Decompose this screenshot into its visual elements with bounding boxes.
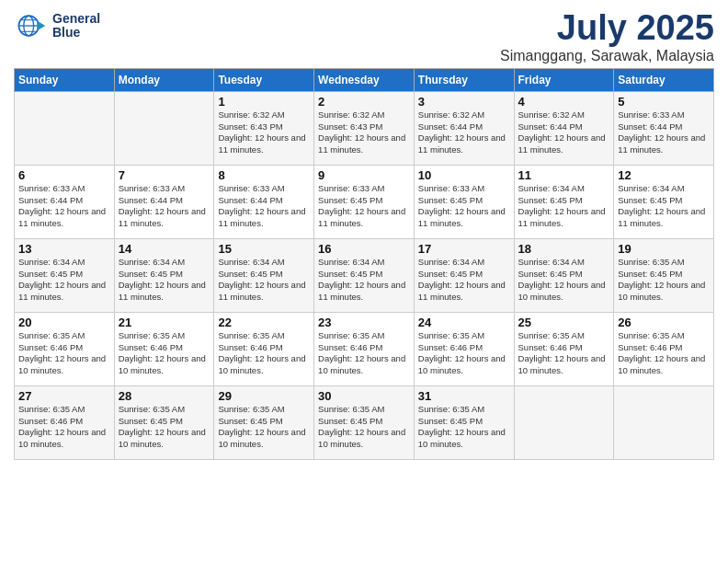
- calendar-week-row: 6Sunrise: 6:33 AM Sunset: 6:44 PM Daylig…: [15, 165, 714, 238]
- calendar-cell: 1Sunrise: 6:32 AM Sunset: 6:43 PM Daylig…: [214, 91, 314, 165]
- calendar-cell: 24Sunrise: 6:35 AM Sunset: 6:46 PM Dayli…: [414, 312, 514, 385]
- calendar-cell: 15Sunrise: 6:34 AM Sunset: 6:45 PM Dayli…: [214, 238, 314, 312]
- day-number: 21: [119, 316, 210, 329]
- day-number: 2: [318, 95, 410, 109]
- day-header-saturday: Saturday: [614, 68, 714, 91]
- calendar-cell: 26Sunrise: 6:35 AM Sunset: 6:46 PM Dayli…: [614, 312, 714, 385]
- calendar-week-row: 13Sunrise: 6:34 AM Sunset: 6:45 PM Dayli…: [15, 238, 714, 312]
- day-number: 5: [618, 95, 710, 109]
- day-number: 11: [518, 168, 610, 182]
- calendar-cell: [114, 91, 214, 165]
- calendar-cell: 17Sunrise: 6:34 AM Sunset: 6:45 PM Dayli…: [414, 238, 514, 312]
- day-header-thursday: Thursday: [414, 68, 514, 91]
- calendar-cell: 3Sunrise: 6:32 AM Sunset: 6:44 PM Daylig…: [414, 91, 514, 165]
- calendar-cell: 18Sunrise: 6:34 AM Sunset: 6:45 PM Dayli…: [514, 238, 614, 312]
- logo-text: General Blue: [52, 12, 100, 40]
- calendar-cell: 4Sunrise: 6:32 AM Sunset: 6:44 PM Daylig…: [514, 91, 614, 165]
- cell-detail: Sunrise: 6:33 AM Sunset: 6:44 PM Dayligh…: [119, 183, 210, 230]
- cell-detail: Sunrise: 6:33 AM Sunset: 6:45 PM Dayligh…: [418, 183, 510, 230]
- day-header-sunday: Sunday: [15, 68, 115, 91]
- calendar-week-row: 20Sunrise: 6:35 AM Sunset: 6:46 PM Dayli…: [15, 312, 714, 385]
- cell-detail: Sunrise: 6:33 AM Sunset: 6:44 PM Dayligh…: [618, 109, 710, 156]
- logo-line1: General: [52, 12, 100, 26]
- day-number: 12: [618, 168, 710, 182]
- calendar-cell: [15, 91, 115, 165]
- calendar-header-row: SundayMondayTuesdayWednesdayThursdayFrid…: [15, 68, 714, 91]
- calendar-cell: 8Sunrise: 6:33 AM Sunset: 6:44 PM Daylig…: [214, 165, 314, 238]
- cell-detail: Sunrise: 6:34 AM Sunset: 6:45 PM Dayligh…: [518, 183, 610, 230]
- cell-detail: Sunrise: 6:35 AM Sunset: 6:46 PM Dayligh…: [18, 330, 110, 377]
- cell-detail: Sunrise: 6:34 AM Sunset: 6:45 PM Dayligh…: [119, 257, 210, 304]
- day-number: 28: [119, 389, 210, 403]
- cell-detail: Sunrise: 6:35 AM Sunset: 6:45 PM Dayligh…: [119, 404, 210, 451]
- day-number: 3: [418, 95, 510, 109]
- day-number: 22: [218, 316, 310, 329]
- day-number: 31: [418, 389, 510, 403]
- cell-detail: Sunrise: 6:35 AM Sunset: 6:46 PM Dayligh…: [119, 330, 210, 377]
- cell-detail: Sunrise: 6:34 AM Sunset: 6:45 PM Dayligh…: [318, 257, 410, 304]
- cell-detail: Sunrise: 6:35 AM Sunset: 6:46 PM Dayligh…: [318, 330, 410, 377]
- day-number: 19: [618, 242, 710, 256]
- calendar-cell: 19Sunrise: 6:35 AM Sunset: 6:45 PM Dayli…: [614, 238, 714, 312]
- day-number: 27: [18, 389, 110, 403]
- cell-detail: Sunrise: 6:33 AM Sunset: 6:44 PM Dayligh…: [18, 183, 110, 230]
- month-title: July 2025: [500, 9, 714, 48]
- cell-detail: Sunrise: 6:35 AM Sunset: 6:46 PM Dayligh…: [218, 330, 310, 377]
- cell-detail: Sunrise: 6:35 AM Sunset: 6:46 PM Dayligh…: [18, 404, 110, 451]
- location-title: Simanggang, Sarawak, Malaysia: [500, 48, 714, 64]
- day-number: 6: [18, 168, 110, 182]
- page-header: General Blue July 2025 Simanggang, Saraw…: [14, 9, 714, 64]
- calendar-cell: 7Sunrise: 6:33 AM Sunset: 6:44 PM Daylig…: [114, 165, 214, 238]
- day-number: 4: [518, 95, 610, 109]
- cell-detail: Sunrise: 6:34 AM Sunset: 6:45 PM Dayligh…: [218, 257, 310, 304]
- cell-detail: Sunrise: 6:35 AM Sunset: 6:46 PM Dayligh…: [618, 330, 710, 377]
- day-header-tuesday: Tuesday: [214, 68, 314, 91]
- cell-detail: Sunrise: 6:34 AM Sunset: 6:45 PM Dayligh…: [618, 183, 710, 230]
- calendar-cell: 2Sunrise: 6:32 AM Sunset: 6:43 PM Daylig…: [314, 91, 415, 165]
- day-number: 7: [119, 168, 210, 182]
- calendar-cell: 20Sunrise: 6:35 AM Sunset: 6:46 PM Dayli…: [15, 312, 115, 385]
- day-header-wednesday: Wednesday: [314, 68, 415, 91]
- calendar-cell: 9Sunrise: 6:33 AM Sunset: 6:45 PM Daylig…: [314, 165, 415, 238]
- cell-detail: Sunrise: 6:35 AM Sunset: 6:46 PM Dayligh…: [518, 330, 610, 377]
- day-number: 1: [218, 95, 310, 109]
- day-number: 8: [218, 168, 310, 182]
- calendar-week-row: 1Sunrise: 6:32 AM Sunset: 6:43 PM Daylig…: [15, 91, 714, 165]
- title-block: July 2025 Simanggang, Sarawak, Malaysia: [500, 9, 714, 64]
- day-number: 24: [418, 316, 510, 329]
- logo-line2: Blue: [52, 26, 100, 40]
- calendar-cell: [514, 385, 614, 459]
- calendar-cell: 30Sunrise: 6:35 AM Sunset: 6:45 PM Dayli…: [314, 385, 415, 459]
- cell-detail: Sunrise: 6:35 AM Sunset: 6:45 PM Dayligh…: [418, 404, 510, 451]
- day-header-friday: Friday: [514, 68, 614, 91]
- cell-detail: Sunrise: 6:32 AM Sunset: 6:44 PM Dayligh…: [518, 109, 610, 156]
- cell-detail: Sunrise: 6:32 AM Sunset: 6:43 PM Dayligh…: [218, 109, 310, 156]
- logo-icon: [14, 9, 47, 42]
- calendar-cell: 21Sunrise: 6:35 AM Sunset: 6:46 PM Dayli…: [114, 312, 214, 385]
- cell-detail: Sunrise: 6:32 AM Sunset: 6:43 PM Dayligh…: [318, 109, 410, 156]
- day-number: 14: [119, 242, 210, 256]
- calendar-cell: [614, 385, 714, 459]
- day-header-monday: Monday: [114, 68, 214, 91]
- calendar-table: SundayMondayTuesdayWednesdayThursdayFrid…: [14, 68, 714, 460]
- calendar-cell: 14Sunrise: 6:34 AM Sunset: 6:45 PM Dayli…: [114, 238, 214, 312]
- cell-detail: Sunrise: 6:35 AM Sunset: 6:45 PM Dayligh…: [218, 404, 310, 451]
- cell-detail: Sunrise: 6:35 AM Sunset: 6:45 PM Dayligh…: [618, 257, 710, 304]
- day-number: 25: [518, 316, 610, 329]
- day-number: 20: [18, 316, 110, 329]
- day-number: 30: [318, 389, 410, 403]
- calendar-cell: 27Sunrise: 6:35 AM Sunset: 6:46 PM Dayli…: [15, 385, 115, 459]
- calendar-cell: 12Sunrise: 6:34 AM Sunset: 6:45 PM Dayli…: [614, 165, 714, 238]
- day-number: 18: [518, 242, 610, 256]
- logo: General Blue: [14, 9, 100, 42]
- cell-detail: Sunrise: 6:34 AM Sunset: 6:45 PM Dayligh…: [18, 257, 110, 304]
- calendar-week-row: 27Sunrise: 6:35 AM Sunset: 6:46 PM Dayli…: [15, 385, 714, 459]
- day-number: 26: [618, 316, 710, 329]
- day-number: 23: [318, 316, 410, 329]
- day-number: 16: [318, 242, 410, 256]
- day-number: 9: [318, 168, 410, 182]
- calendar-cell: 29Sunrise: 6:35 AM Sunset: 6:45 PM Dayli…: [214, 385, 314, 459]
- calendar-cell: 25Sunrise: 6:35 AM Sunset: 6:46 PM Dayli…: [514, 312, 614, 385]
- calendar-cell: 28Sunrise: 6:35 AM Sunset: 6:45 PM Dayli…: [114, 385, 214, 459]
- calendar-cell: 13Sunrise: 6:34 AM Sunset: 6:45 PM Dayli…: [15, 238, 115, 312]
